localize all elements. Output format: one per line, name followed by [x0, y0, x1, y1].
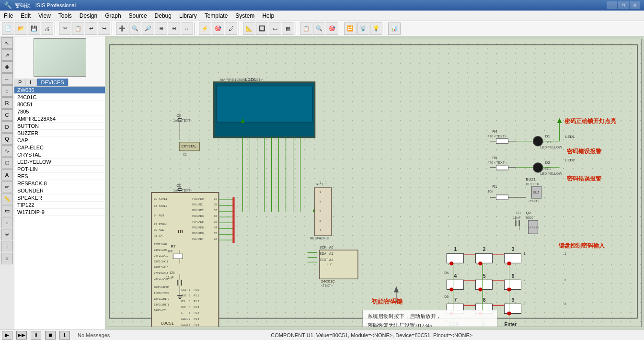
menu-item-file[interactable]: File [0, 11, 17, 21]
menu-item-library[interactable]: Library [175, 11, 201, 21]
toolbar-button-22[interactable]: 🔲 [256, 23, 268, 35]
left-panel-tool-11[interactable]: A [1, 169, 13, 181]
toolbar-button-0[interactable]: 📄 [2, 23, 14, 35]
left-panel-tool-8[interactable]: Q [1, 133, 13, 145]
left-panel-tool-3[interactable]: ↔ [1, 73, 13, 85]
minimize-button[interactable]: — [607, 1, 617, 9]
left-panel-tool-13[interactable]: 📏 [1, 193, 13, 204]
toolbar-button-2[interactable]: 💾 [28, 23, 40, 35]
device-list[interactable]: ZW03624C01C80C517805AMPIRE128X64BUTTONBU… [14, 87, 105, 329]
toolbar-button-24[interactable]: ▦ [282, 23, 294, 35]
left-panel-tool-1[interactable]: ↗ [1, 49, 13, 61]
left-panel-tool-12[interactable]: ✏ [1, 181, 13, 193]
left-panel-tool-14[interactable]: ▭ [1, 205, 13, 216]
sim-info-button[interactable]: ℹ [59, 331, 70, 340]
device-item-zw036[interactable]: ZW036 [14, 87, 105, 94]
schematic-canvas[interactable]: LCD1 AMPIRE128X64 <TEXT> CRYSTAL X1 [105, 36, 644, 329]
device-item-24c01c[interactable]: 24C01C [14, 94, 105, 101]
sim-pause-button[interactable]: ⏸ [31, 331, 41, 340]
left-panel-tool-5[interactable]: R [1, 97, 13, 109]
close-button[interactable]: ✕ [630, 1, 640, 9]
menu-item-system[interactable]: System [231, 11, 258, 21]
device-item-w171dip-9[interactable]: W171DIP-9 [14, 209, 105, 216]
menu-item-design[interactable]: Design [76, 11, 101, 21]
toolbar-button-18[interactable]: 🎯 [212, 23, 224, 35]
toolbar-separator [384, 23, 387, 35]
sim-step-button[interactable]: ▶▶ [16, 331, 27, 340]
device-item-speaker[interactable]: SPEAKER [14, 194, 105, 202]
device-item-cap[interactable]: CAP [14, 137, 105, 144]
toolbar-button-14[interactable]: ⊖ [168, 23, 180, 35]
device-item-cap-elec[interactable]: CAP-ELEC [14, 144, 105, 151]
left-panel-tool-15[interactable]: ○ [1, 217, 13, 228]
left-panel-tool-7[interactable]: D [1, 121, 13, 133]
device-item-buzzer[interactable]: BUZZER [14, 130, 105, 137]
toolbar-button-27[interactable]: 🔍 [313, 23, 325, 35]
tab-p[interactable]: P [14, 79, 26, 86]
toolbar-button-17[interactable]: ⚡ [199, 23, 211, 35]
device-item-7805[interactable]: 7805 [14, 108, 105, 115]
menu-item-tools[interactable]: Tools [55, 11, 76, 21]
maximize-button[interactable]: □ [618, 1, 629, 9]
device-item-80c51[interactable]: 80C51 [14, 101, 105, 108]
toolbar-button-8[interactable]: ↪ [98, 23, 110, 35]
device-item-res[interactable]: RES [14, 173, 105, 180]
toolbar-button-19[interactable]: 🖊 [225, 23, 237, 35]
device-item-respack-8[interactable]: RESPACK-8 [14, 180, 105, 187]
toolbar-button-3[interactable]: 🖨 [41, 23, 53, 35]
tab-l[interactable]: L [26, 79, 37, 86]
toolbar-button-7[interactable]: ↩ [85, 23, 97, 35]
schematic-view[interactable]: LCD1 AMPIRE128X64 <TEXT> CRYSTAL X1 [108, 39, 642, 327]
toolbar-button-32[interactable]: 💡 [370, 23, 382, 35]
toolbar-button-28[interactable]: 🎯 [326, 23, 338, 35]
toolbar-button-13[interactable]: ⊕ [155, 23, 167, 35]
toolbar-button-12[interactable]: 🔎 [142, 23, 154, 35]
toolbar-button-10[interactable]: ➕ [116, 23, 128, 35]
toolbar-button-5[interactable]: ✂ [59, 23, 71, 35]
device-item-crystal[interactable]: CRYSTAL [14, 151, 105, 159]
svg-rect-1 [108, 44, 641, 322]
svg-text:系统启动时按下，启动后放开，: 系统启动时按下，启动后放开， [368, 314, 441, 319]
device-item-tip122[interactable]: TIP122 [14, 202, 105, 209]
menu-item-source[interactable]: Source [125, 11, 151, 21]
toolbar-button-6[interactable]: 📋 [72, 23, 84, 35]
menu-item-graph[interactable]: Graph [101, 11, 125, 21]
menu-item-view[interactable]: View [34, 11, 55, 21]
toolbar-button-31[interactable]: 📡 [357, 23, 369, 35]
svg-text:3: 3 [189, 300, 190, 303]
toolbar-button-11[interactable]: 🔍 [129, 23, 141, 35]
left-panel-tool-16[interactable]: ✳ [1, 229, 13, 240]
left-panel-tool-2[interactable]: ✚ [1, 61, 13, 73]
toolbar-button-15[interactable]: ↔ [181, 23, 193, 35]
toolbar-button-23[interactable]: ▭ [269, 23, 281, 35]
svg-text:XTAL2: XTAL2 [159, 204, 168, 207]
left-panel-tool-17[interactable]: T [1, 241, 13, 252]
left-panel-tool-9[interactable]: ∿ [1, 145, 13, 157]
device-item-pot-lin[interactable]: POT-LIN [14, 166, 105, 173]
menu-item-help[interactable]: Help [258, 11, 278, 21]
device-item-ampire128x64[interactable]: AMPIRE128X64 [14, 115, 105, 123]
toolbar-button-26[interactable]: 📋 [300, 23, 312, 35]
svg-text:P3.3/INT1: P3.3/INT1 [157, 303, 169, 306]
device-item-led-yellow[interactable]: LED-YELLOW [14, 159, 105, 166]
left-panel-tool-4[interactable]: ↕ [1, 85, 13, 97]
left-panel-tool-0[interactable]: ↖ [1, 37, 13, 49]
device-item-sounder[interactable]: SOUNDER [14, 187, 105, 194]
toolbar-button-21[interactable]: 📐 [243, 23, 255, 35]
tab-devices[interactable]: DEVICES [37, 79, 68, 86]
sim-stop-button[interactable]: ⏹ [45, 331, 56, 340]
left-panel-tool-18[interactable]: ≡ [1, 253, 13, 264]
svg-text:8: 8 [320, 237, 322, 240]
menu-item-debug[interactable]: Debug [151, 11, 175, 21]
toolbar-button-34[interactable]: 📊 [388, 23, 401, 35]
device-item-button[interactable]: BUTTON [14, 123, 105, 130]
toolbar-button-30[interactable]: 🔁 [344, 23, 356, 35]
sim-play-button[interactable]: ▶ [2, 331, 12, 340]
left-panel-tool-6[interactable]: C [1, 109, 13, 121]
svg-text:R5: R5 [492, 156, 497, 160]
menu-item-edit[interactable]: Edit [17, 11, 34, 21]
left-panel-tool-10[interactable]: ⬡ [1, 157, 13, 169]
toolbar-button-1[interactable]: 📂 [15, 23, 27, 35]
svg-text:4: 4 [189, 306, 190, 308]
menu-item-template[interactable]: Template [201, 11, 232, 21]
